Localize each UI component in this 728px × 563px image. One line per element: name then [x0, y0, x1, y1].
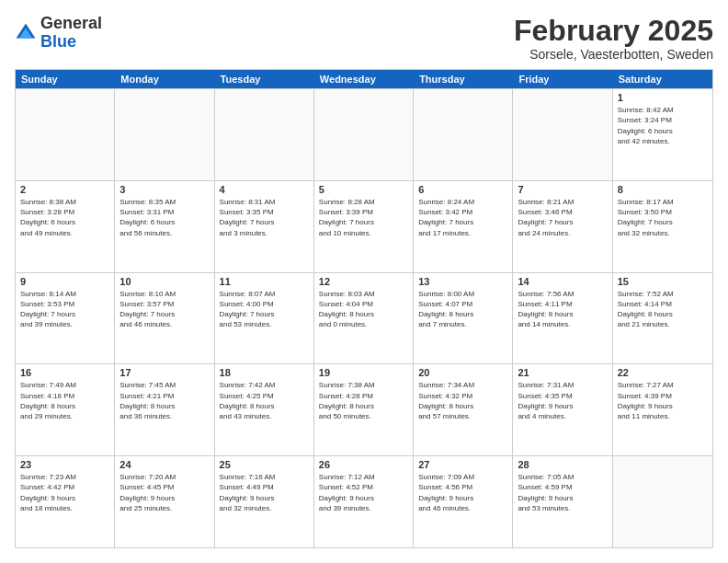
day-number: 12: [319, 276, 408, 287]
day-number: 11: [220, 276, 309, 287]
day-number: 20: [418, 367, 507, 378]
day-number: 7: [518, 184, 607, 195]
calendar-cell: 19Sunrise: 7:38 AM Sunset: 4:28 PM Dayli…: [314, 364, 414, 455]
day-info: Sunrise: 7:16 AM Sunset: 4:49 PM Dayligh…: [220, 472, 309, 513]
calendar-body: 1Sunrise: 8:42 AM Sunset: 3:24 PM Daylig…: [16, 88, 712, 547]
calendar-cell: 2Sunrise: 8:38 AM Sunset: 3:28 PM Daylig…: [16, 181, 115, 272]
day-info: Sunrise: 8:03 AM Sunset: 4:04 PM Dayligh…: [319, 289, 408, 330]
day-info: Sunrise: 7:23 AM Sunset: 4:42 PM Dayligh…: [20, 472, 109, 513]
calendar-cell: 12Sunrise: 8:03 AM Sunset: 4:04 PM Dayli…: [314, 273, 414, 364]
calendar-header: SundayMondayTuesdayWednesdayThursdayFrid…: [16, 70, 712, 88]
page: General Blue February 2025 Sorsele, Vaes…: [0, 0, 728, 563]
weekday-header: Thursday: [414, 70, 513, 88]
logo-text: General Blue: [40, 15, 102, 52]
logo: General Blue: [15, 15, 102, 52]
day-info: Sunrise: 7:12 AM Sunset: 4:52 PM Dayligh…: [319, 472, 408, 513]
day-number: 28: [518, 459, 607, 470]
calendar-cell: 5Sunrise: 8:28 AM Sunset: 3:39 PM Daylig…: [314, 181, 414, 272]
day-number: 13: [418, 276, 507, 287]
day-number: 1: [618, 92, 708, 103]
day-number: 25: [220, 459, 309, 470]
weekday-header: Tuesday: [215, 70, 314, 88]
calendar: SundayMondayTuesdayWednesdayThursdayFrid…: [15, 69, 713, 548]
calendar-cell: [314, 89, 414, 180]
day-number: 16: [20, 367, 109, 378]
calendar-cell: 13Sunrise: 8:00 AM Sunset: 4:07 PM Dayli…: [414, 273, 513, 364]
calendar-cell: 23Sunrise: 7:23 AM Sunset: 4:42 PM Dayli…: [16, 456, 115, 547]
calendar-cell: 7Sunrise: 8:21 AM Sunset: 3:46 PM Daylig…: [513, 181, 612, 272]
calendar-cell: [414, 89, 513, 180]
day-number: 19: [319, 367, 408, 378]
day-info: Sunrise: 7:05 AM Sunset: 4:59 PM Dayligh…: [518, 472, 607, 513]
day-number: 8: [618, 184, 708, 195]
calendar-cell: 27Sunrise: 7:09 AM Sunset: 4:56 PM Dayli…: [414, 456, 513, 547]
day-number: 26: [319, 459, 408, 470]
calendar-cell: 9Sunrise: 8:14 AM Sunset: 3:53 PM Daylig…: [16, 273, 115, 364]
day-number: 27: [418, 459, 507, 470]
calendar-cell: 3Sunrise: 8:35 AM Sunset: 3:31 PM Daylig…: [115, 181, 214, 272]
weekday-header: Wednesday: [314, 70, 414, 88]
day-number: 4: [220, 184, 309, 195]
weekday-header: Monday: [115, 70, 214, 88]
calendar-cell: [513, 89, 612, 180]
calendar-cell: 28Sunrise: 7:05 AM Sunset: 4:59 PM Dayli…: [513, 456, 612, 547]
day-number: 22: [618, 367, 708, 378]
calendar-cell: [613, 456, 712, 547]
day-number: 3: [119, 184, 209, 195]
day-number: 9: [20, 276, 109, 287]
calendar-cell: 26Sunrise: 7:12 AM Sunset: 4:52 PM Dayli…: [314, 456, 414, 547]
day-number: 24: [119, 459, 209, 470]
day-info: Sunrise: 7:56 AM Sunset: 4:11 PM Dayligh…: [518, 289, 607, 330]
day-info: Sunrise: 8:07 AM Sunset: 4:00 PM Dayligh…: [220, 289, 309, 330]
day-info: Sunrise: 7:20 AM Sunset: 4:45 PM Dayligh…: [119, 472, 209, 513]
day-info: Sunrise: 7:31 AM Sunset: 4:35 PM Dayligh…: [518, 380, 607, 421]
calendar-cell: 6Sunrise: 8:24 AM Sunset: 3:42 PM Daylig…: [414, 181, 513, 272]
calendar-row: 9Sunrise: 8:14 AM Sunset: 3:53 PM Daylig…: [16, 272, 712, 364]
calendar-cell: 1Sunrise: 8:42 AM Sunset: 3:24 PM Daylig…: [613, 89, 712, 180]
calendar-cell: 17Sunrise: 7:45 AM Sunset: 4:21 PM Dayli…: [115, 364, 214, 455]
calendar-row: 16Sunrise: 7:49 AM Sunset: 4:18 PM Dayli…: [16, 363, 712, 455]
logo-general: General: [40, 14, 102, 32]
header: General Blue February 2025 Sorsele, Vaes…: [15, 15, 713, 62]
day-info: Sunrise: 8:14 AM Sunset: 3:53 PM Dayligh…: [20, 289, 109, 330]
calendar-row: 1Sunrise: 8:42 AM Sunset: 3:24 PM Daylig…: [16, 88, 712, 180]
day-info: Sunrise: 7:42 AM Sunset: 4:25 PM Dayligh…: [220, 380, 309, 421]
day-number: 5: [319, 184, 408, 195]
day-info: Sunrise: 7:34 AM Sunset: 4:32 PM Dayligh…: [418, 380, 507, 421]
calendar-cell: 14Sunrise: 7:56 AM Sunset: 4:11 PM Dayli…: [513, 273, 612, 364]
day-info: Sunrise: 8:17 AM Sunset: 3:50 PM Dayligh…: [618, 197, 708, 238]
day-info: Sunrise: 8:42 AM Sunset: 3:24 PM Dayligh…: [618, 105, 708, 146]
day-info: Sunrise: 8:31 AM Sunset: 3:35 PM Dayligh…: [220, 197, 309, 238]
day-info: Sunrise: 7:09 AM Sunset: 4:56 PM Dayligh…: [418, 472, 507, 513]
calendar-cell: 10Sunrise: 8:10 AM Sunset: 3:57 PM Dayli…: [115, 273, 214, 364]
calendar-cell: 24Sunrise: 7:20 AM Sunset: 4:45 PM Dayli…: [115, 456, 214, 547]
day-info: Sunrise: 7:52 AM Sunset: 4:14 PM Dayligh…: [618, 289, 708, 330]
day-info: Sunrise: 7:49 AM Sunset: 4:18 PM Dayligh…: [20, 380, 109, 421]
calendar-cell: 8Sunrise: 8:17 AM Sunset: 3:50 PM Daylig…: [613, 181, 712, 272]
day-number: 14: [518, 276, 607, 287]
day-info: Sunrise: 8:38 AM Sunset: 3:28 PM Dayligh…: [20, 197, 109, 238]
calendar-row: 23Sunrise: 7:23 AM Sunset: 4:42 PM Dayli…: [16, 455, 712, 547]
logo-icon: [15, 22, 37, 44]
day-info: Sunrise: 7:38 AM Sunset: 4:28 PM Dayligh…: [319, 380, 408, 421]
calendar-cell: [215, 89, 314, 180]
weekday-header: Sunday: [16, 70, 115, 88]
day-number: 6: [418, 184, 507, 195]
day-info: Sunrise: 7:45 AM Sunset: 4:21 PM Dayligh…: [119, 380, 209, 421]
day-number: 18: [220, 367, 309, 378]
calendar-cell: 16Sunrise: 7:49 AM Sunset: 4:18 PM Dayli…: [16, 364, 115, 455]
calendar-cell: 21Sunrise: 7:31 AM Sunset: 4:35 PM Dayli…: [513, 364, 612, 455]
day-number: 10: [119, 276, 209, 287]
title-block: February 2025 Sorsele, Vaesterbotten, Sw…: [514, 15, 713, 62]
day-info: Sunrise: 8:10 AM Sunset: 3:57 PM Dayligh…: [119, 289, 209, 330]
day-info: Sunrise: 8:00 AM Sunset: 4:07 PM Dayligh…: [418, 289, 507, 330]
day-number: 23: [20, 459, 109, 470]
day-info: Sunrise: 8:28 AM Sunset: 3:39 PM Dayligh…: [319, 197, 408, 238]
calendar-cell: 25Sunrise: 7:16 AM Sunset: 4:49 PM Dayli…: [215, 456, 314, 547]
location: Sorsele, Vaesterbotten, Sweden: [514, 47, 713, 62]
day-number: 17: [119, 367, 209, 378]
calendar-cell: 22Sunrise: 7:27 AM Sunset: 4:39 PM Dayli…: [613, 364, 712, 455]
calendar-cell: [16, 89, 115, 180]
logo-blue: Blue: [40, 32, 76, 51]
month-title: February 2025: [514, 15, 713, 47]
